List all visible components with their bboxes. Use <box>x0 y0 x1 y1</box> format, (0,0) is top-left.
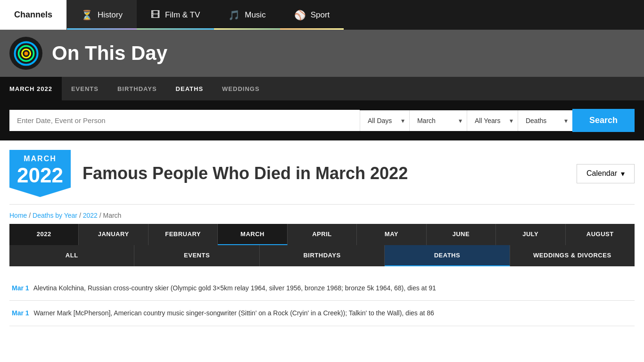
date-badge[interactable]: MARCH 2022 <box>0 77 62 100</box>
nav-sport-label: Sport <box>311 10 330 20</box>
event-text-1: Alevtina Kolchina, Russian cross-country… <box>33 284 436 292</box>
sub-nav-weddings-label: WEDDINGS <box>222 85 260 92</box>
search-input[interactable] <box>9 110 360 131</box>
sub-nav-events[interactable]: EVENTS <box>62 77 108 100</box>
channels-button[interactable]: Channels <box>0 0 67 30</box>
sub-nav-birthdays-label: BIRTHDAYS <box>117 85 157 92</box>
event-date-1: Mar 1 <box>12 284 29 292</box>
category-tabs: ALL EVENTS BIRTHDAYS DEATHS WEDDINGS & D… <box>9 245 635 266</box>
sub-nav: MARCH 2022 EVENTS BIRTHDAYS DEATHS WEDDI… <box>0 77 644 100</box>
badge-month: MARCH <box>24 155 57 163</box>
sub-nav-weddings[interactable]: WEDDINGS <box>213 77 269 100</box>
chevron-down-icon: ▾ <box>621 169 625 178</box>
logo <box>9 37 42 70</box>
cat-deaths[interactable]: DEATHS <box>385 245 510 266</box>
tab-june[interactable]: JUNE <box>427 224 496 245</box>
all-months-wrapper: All Months JanuaryFebruaryMarch AprilMay… <box>409 110 467 131</box>
site-header: On This Day <box>0 30 644 77</box>
category-wrapper: Deaths Birthdays Events Weddings <box>518 110 572 131</box>
sub-nav-birthdays[interactable]: BIRTHDAYS <box>108 77 166 100</box>
breadcrumb-sep3: / <box>99 212 103 219</box>
music-icon: 🎵 <box>228 9 240 21</box>
breadcrumb-year[interactable]: 2022 <box>83 212 98 219</box>
list-item: Mar 1 Warner Mark [McPherson], American … <box>9 301 635 326</box>
main-content: MARCH 2022 Famous People Who Died in Mar… <box>0 140 644 326</box>
filmtv-icon: 🎞 <box>151 9 160 20</box>
calendar-label: Calendar <box>586 169 617 178</box>
search-button[interactable]: Search <box>572 109 635 132</box>
event-text-2: Warner Mark [McPherson], American countr… <box>33 309 434 317</box>
tab-march[interactable]: MARCH <box>218 224 287 245</box>
breadcrumb-month: March <box>103 212 122 219</box>
filmtv-underline <box>137 28 214 30</box>
cat-birthdays[interactable]: BIRTHDAYS <box>260 245 385 266</box>
list-item: Mar 1 Alevtina Kolchina, Russian cross-c… <box>9 276 635 301</box>
cat-events[interactable]: EVENTS <box>134 245 259 266</box>
search-bar: All Days All Months JanuaryFebruaryMarch… <box>0 100 644 140</box>
tab-year[interactable]: 2022 <box>9 224 79 245</box>
channels-label: Channels <box>14 10 52 20</box>
event-date-2: Mar 1 <box>12 309 29 317</box>
tab-august[interactable]: AUGUST <box>566 224 635 245</box>
breadcrumb: Home / Deaths by Year / 2022 / March <box>9 205 635 224</box>
date-badge-large: MARCH 2022 <box>9 150 71 197</box>
nav-filmtv[interactable]: 🎞 Film & TV <box>137 0 214 30</box>
sub-nav-deaths[interactable]: DEATHS <box>166 77 213 100</box>
calendar-button[interactable]: Calendar ▾ <box>577 164 635 183</box>
history-icon: ⏳ <box>81 9 93 21</box>
page-header: MARCH 2022 Famous People Who Died in Mar… <box>9 140 635 205</box>
tab-april[interactable]: APRIL <box>288 224 357 245</box>
badge-year: 2022 <box>17 165 63 186</box>
tab-february[interactable]: FEBRUARY <box>149 224 218 245</box>
sub-nav-events-label: EVENTS <box>71 85 99 92</box>
breadcrumb-sep1: / <box>29 212 33 219</box>
tab-july[interactable]: JULY <box>496 224 565 245</box>
cat-all[interactable]: ALL <box>9 245 134 266</box>
sub-nav-deaths-label: DEATHS <box>176 85 203 92</box>
cat-weddings[interactable]: WEDDINGS & DIVORCES <box>510 245 635 266</box>
event-list: Mar 1 Alevtina Kolchina, Russian cross-c… <box>9 276 635 326</box>
tab-january[interactable]: JANUARY <box>79 224 148 245</box>
page-title: Famous People Who Died in March 2022 <box>83 164 577 183</box>
breadcrumb-sep2: / <box>79 212 83 219</box>
nav-music-label: Music <box>245 10 265 20</box>
breadcrumb-deaths-by-year[interactable]: Deaths by Year <box>33 212 77 219</box>
history-underline <box>67 28 137 30</box>
sport-icon: ⚾ <box>294 9 306 21</box>
nav-sport[interactable]: ⚾ Sport <box>280 0 344 30</box>
all-days-select[interactable]: All Days <box>360 110 409 131</box>
logo-svg <box>13 41 39 66</box>
nav-history-label: History <box>98 10 123 20</box>
sport-underline <box>280 28 344 30</box>
top-nav: Channels ⏳ History 🎞 Film & TV 🎵 Music ⚾… <box>0 0 644 30</box>
month-tabs: 2022 JANUARY FEBRUARY MARCH APRIL MAY JU… <box>9 224 635 245</box>
breadcrumb-home[interactable]: Home <box>9 212 27 219</box>
svg-point-3 <box>24 51 28 55</box>
tab-may[interactable]: MAY <box>357 224 426 245</box>
music-underline <box>214 28 280 30</box>
all-months-select[interactable]: All Months JanuaryFebruaryMarch AprilMay… <box>410 110 467 131</box>
nav-music[interactable]: 🎵 Music <box>214 0 280 30</box>
category-select[interactable]: Deaths Birthdays Events Weddings <box>518 110 572 131</box>
all-years-wrapper: All Years <box>467 110 518 131</box>
all-years-select[interactable]: All Years <box>467 110 518 131</box>
nav-history[interactable]: ⏳ History <box>67 0 137 30</box>
site-title: On This Day <box>52 42 167 65</box>
nav-filmtv-label: Film & TV <box>165 10 200 20</box>
all-days-wrapper: All Days <box>360 110 409 131</box>
